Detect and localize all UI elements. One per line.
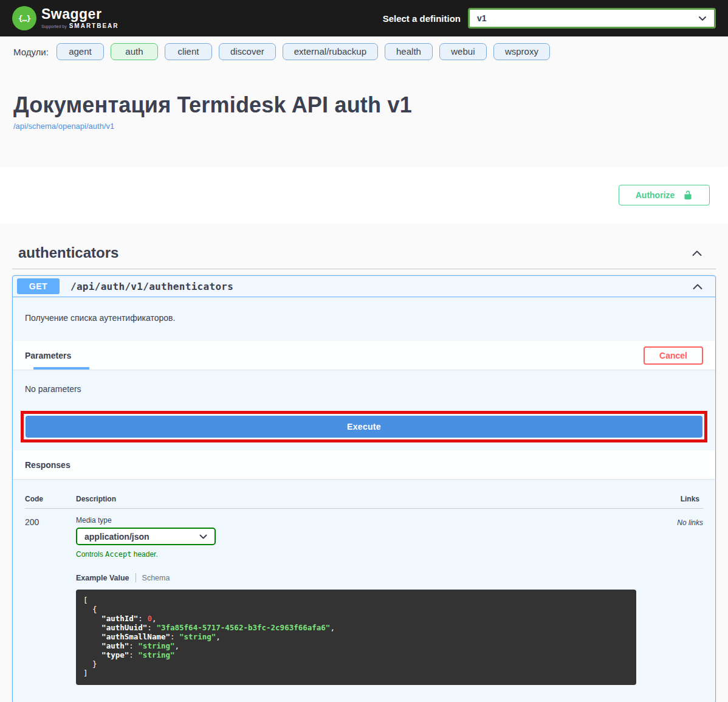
tag-title: authenticators	[18, 244, 118, 261]
scheme-container: Authorize	[0, 167, 728, 224]
responses-section-header: Responses	[13, 450, 715, 479]
definition-select-value: v1	[477, 13, 487, 23]
tag-divider	[12, 269, 716, 269]
module-button-label: auth	[125, 46, 143, 57]
topbar: {…} Swagger Supported by SMARTBEAR Selec…	[0, 0, 728, 36]
operation-description: Получение списка аутентификаторов.	[13, 297, 715, 341]
response-description-cell: Media type application/json Controls Acc…	[76, 509, 636, 685]
module-button-label: agent	[69, 46, 92, 57]
accept-note-prefix: Controls	[76, 550, 105, 559]
swagger-brand: {…} Swagger Supported by SMARTBEAR	[12, 6, 119, 30]
module-button-label: health	[396, 46, 421, 57]
module-button-discover[interactable]: discover	[219, 43, 276, 60]
code-line: "authId": 0,	[83, 614, 629, 623]
column-header-description: Description	[76, 487, 636, 509]
execute-highlight-annotation: Execute	[21, 411, 707, 442]
parameters-tab: Parameters	[25, 351, 71, 360]
model-tabs: Example Value Schema	[76, 573, 636, 582]
module-button-auth[interactable]: auth	[111, 43, 158, 60]
module-button-external-rubackup[interactable]: external/rubackup	[283, 43, 378, 60]
main-content: authenticators GET /api/auth/v1/authenti…	[0, 224, 728, 702]
supported-by-label: Supported by	[41, 24, 67, 29]
code-line: ]	[83, 669, 629, 678]
spec-url-link[interactable]: /api/schema/openapi/auth/v1	[13, 122, 114, 131]
modules-bar: Модули: agent auth client discover exter…	[0, 36, 728, 66]
cancel-button[interactable]: Cancel	[644, 346, 703, 365]
responses-title: Responses	[25, 460, 70, 470]
response-links-cell: No links	[636, 509, 703, 685]
module-button-label: wsproxy	[505, 46, 538, 57]
media-type-select[interactable]: application/json	[76, 528, 216, 545]
http-method-badge: GET	[17, 278, 60, 294]
module-button-health[interactable]: health	[385, 43, 433, 60]
chevron-down-icon	[698, 16, 707, 21]
execute-wrapper: Execute	[13, 411, 715, 450]
modules-list: agent auth client discover external/ruba…	[57, 43, 550, 60]
tab-schema[interactable]: Schema	[142, 574, 170, 582]
accept-header-note: Controls Accept header.	[76, 550, 636, 559]
code-line: [	[83, 596, 629, 605]
tag-section-header[interactable]: authenticators	[12, 224, 716, 269]
definition-group: Select a definition v1	[383, 8, 716, 29]
code-line: "auth": "string",	[83, 641, 629, 650]
page-title: Документация Termidesk API auth v1	[13, 92, 715, 118]
definition-select[interactable]: v1	[468, 8, 716, 29]
collapse-tag-icon[interactable]	[692, 250, 702, 256]
responses-table: Code Description Links 200 Media type ap…	[25, 487, 703, 685]
module-button-label: external/rubackup	[294, 46, 366, 57]
module-button-label: discover	[230, 46, 264, 57]
accept-note-code: Accept	[105, 550, 131, 559]
brand-subtitle: Supported by SMARTBEAR	[41, 23, 119, 29]
code-line: "type": "string"	[83, 650, 629, 659]
example-code-block: [ { "authId": 0, "authUuid": "3fa85f64-5…	[76, 590, 636, 685]
column-header-code: Code	[25, 487, 76, 509]
operation-block-get-authenticators: GET /api/auth/v1/authenticators Получени…	[12, 275, 716, 702]
parameters-section-header: Parameters Cancel	[13, 341, 715, 370]
tab-separator	[136, 573, 136, 582]
module-button-label: webui	[451, 46, 475, 57]
module-button-client[interactable]: client	[165, 43, 212, 60]
info-section: Документация Termidesk API auth v1 /api/…	[0, 66, 728, 167]
module-button-wsproxy[interactable]: wsproxy	[493, 43, 550, 60]
brand-name: Swagger	[41, 7, 119, 21]
code-line: "authSmallName": "string",	[83, 632, 629, 641]
response-status-code: 200	[25, 509, 76, 685]
operation-summary[interactable]: GET /api/auth/v1/authenticators	[13, 276, 715, 297]
code-line: {	[83, 605, 629, 614]
definition-select-label: Select a definition	[383, 13, 461, 24]
no-parameters-message: No parameters	[13, 370, 715, 411]
smartbear-logo: SMARTBEAR	[69, 23, 119, 29]
chevron-down-icon	[199, 534, 207, 539]
operation-path: /api/auth/v1/authenticators	[70, 281, 233, 292]
authorize-button-label: Authorize	[636, 190, 675, 200]
execute-button[interactable]: Execute	[26, 416, 702, 438]
column-header-links: Links	[636, 487, 703, 509]
media-type-label: Media type	[76, 516, 636, 525]
collapse-operation-icon[interactable]	[692, 283, 703, 290]
brand-text: Swagger Supported by SMARTBEAR	[41, 7, 119, 29]
swagger-logo-icon: {…}	[12, 6, 36, 30]
responses-content: Code Description Links 200 Media type ap…	[13, 479, 715, 702]
modules-label: Модули:	[13, 47, 49, 57]
authorize-button[interactable]: Authorize	[619, 185, 710, 205]
module-button-label: client	[177, 46, 199, 57]
unlock-icon	[683, 190, 693, 200]
accept-note-suffix: header.	[131, 550, 157, 559]
media-type-select-value: application/json	[84, 532, 149, 542]
code-line: }	[83, 659, 629, 669]
tab-example-value[interactable]: Example Value	[76, 574, 129, 582]
module-button-agent[interactable]: agent	[57, 43, 104, 60]
code-line: "authUuid": "3fa85f64-5717-4562-b3fc-2c9…	[83, 623, 629, 632]
module-button-webui[interactable]: webui	[439, 43, 487, 60]
